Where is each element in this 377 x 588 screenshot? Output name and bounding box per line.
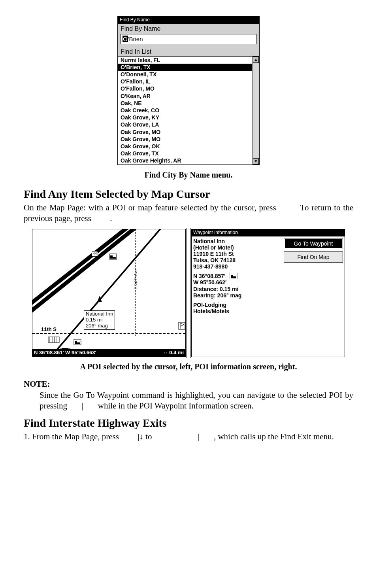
list-item[interactable]: Oak Grove, MO [118,136,252,143]
svg-rect-9 [179,322,185,329]
list-item[interactable]: O'Fallon, IL [118,78,252,85]
fi-text-c: | [198,432,199,441]
list-items[interactable]: Nurmi Isles, FLO'Brien, TXO'Donnell, TXO… [118,57,259,164]
fi-text-d: , which calls up the Find Exit menu. [214,432,334,441]
wp-lon: W 95°50.662' [193,279,226,285]
map-poi-label: National Inn 0.15 mi 206° mag [84,310,115,330]
find-by-name-input[interactable]: O'Brien [121,34,256,44]
list-item[interactable]: Oak Grove, OK [118,143,252,150]
list-item[interactable]: Oak Grove, LA [118,121,252,128]
wp-bearing: Bearing: 206° mag [193,292,281,299]
find-by-name-caption: Find City By Name menu. [24,170,353,180]
find-any-paragraph: On the Map Page: with a POI or map featu… [24,202,353,224]
wp-cat2: Hotels/Motels [193,308,281,314]
list-item[interactable]: O'Fallon, MO [118,85,252,92]
list-item[interactable]: Oak Creek, CO [118,107,252,114]
fi-text-a: 1. From the Map Page, press [24,432,119,441]
find-any-text1: On the Map Page: with a POI or map featu… [24,203,276,212]
map-poi-dist: 0.15 mi [86,317,113,323]
input-cursor-char: O [123,36,128,42]
wp-name: National Inn [193,238,281,244]
map-poi-name: National Inn [86,311,113,317]
list-item[interactable]: O'Kean, AR [118,93,252,100]
waypoint-details: National Inn (Hotel or Motel) 11910 E 11… [193,238,281,314]
coord-right: ↔ 0.4 mi [163,350,184,356]
find-by-name-figure: Find By Name Find By Name O'Brien Find I… [24,16,353,166]
two-panel-figure: 23rd E Ave [24,228,353,358]
list-item[interactable]: Oak, NE [118,100,252,107]
list-item[interactable]: Oak Grove, TX [118,150,252,157]
list-scrollbar[interactable]: ▲ ▼ [253,57,259,164]
lodging-icon [230,273,238,279]
overpass-icon [48,337,59,342]
list-item[interactable]: Nurmi Isles, FL [118,57,252,64]
waypoint-buttons: Go To Waypoint Find On Map [284,238,343,314]
scroll-up-arrow[interactable]: ▲ [253,57,259,63]
wp-type: (Hotel or Motel) [193,244,281,251]
find-in-list-label: Find In List [118,47,259,56]
go-to-waypoint-button[interactable]: Go To Waypoint [284,238,343,249]
map-roads-svg: 23rd E Ave [32,229,187,358]
find-by-name-window: Find By Name Find By Name O'Brien Find I… [117,16,260,165]
wp-addr: 11910 E 11th St [193,251,281,257]
map-dash-line [32,333,185,334]
find-in-list: Nurmi Isles, FLO'Brien, TXO'Donnell, TXO… [118,56,259,164]
find-on-map-button[interactable]: Find On Map [284,251,343,263]
list-item[interactable]: O'Donnell, TX [118,71,252,78]
wp-dist: Distance: 0.15 mi [193,286,281,292]
wp-cat1: POI-Lodging [193,302,281,308]
note-body: Since the Go To Waypoint command is high… [40,390,353,412]
find-any-text2-end: . [110,214,112,223]
find-by-name-header: Find By Name O'Brien [118,24,259,47]
list-item[interactable]: Oak Grove, MO [118,129,252,136]
wp-phone: 918-437-8980 [193,263,281,270]
scroll-down-arrow[interactable]: ▼ [253,158,259,164]
wp-lat: N 36°08.857' [193,273,226,279]
fi-text-b: |↓ to [138,432,152,441]
map-panel: 23rd E Ave [31,228,187,358]
find-interstate-heading: Find Interstate Highway Exits [24,416,353,430]
note-text2: while in the POI Waypoint Information sc… [98,401,254,410]
list-item[interactable]: Oak Grove, KY [118,114,252,121]
find-interstate-paragraph: 1. From the Map Page, press |↓ to | , wh… [24,431,353,442]
hwy-shield-44: 44 [92,251,98,257]
goto-flag-icon [179,322,185,329]
waypoint-titlebar: Waypoint Information [192,229,345,236]
map-coord-bar: N 36°08.861' W 95°50.663' ↔ 0.4 mi [32,349,185,357]
list-item[interactable]: O'Brien, TX [118,64,252,71]
find-any-heading: Find Any Item Selected by Map Cursor [24,187,353,201]
map-poi-bearing: 206° mag [86,323,113,329]
waypoint-info-panel: Waypoint Information National Inn (Hotel… [190,228,346,358]
find-by-name-label: Find By Name [121,25,256,33]
coord-left: N 36°08.861' W 95°50.663' [34,350,96,356]
ave-label: 23rd E Ave [134,269,138,289]
poi-caption: A POI selected by the cursor, left, POI … [24,361,353,372]
note-sep: | [82,401,83,410]
note-heading: NOTE: [24,379,353,389]
wp-city: Tulsa, OK 74128 [193,257,281,263]
window-titlebar: Find By Name [118,17,259,24]
list-item[interactable]: Oak Grove Heights, AR [118,157,252,164]
input-rest: 'Brien [128,36,143,42]
map-street-11th: 11th S [40,326,57,333]
